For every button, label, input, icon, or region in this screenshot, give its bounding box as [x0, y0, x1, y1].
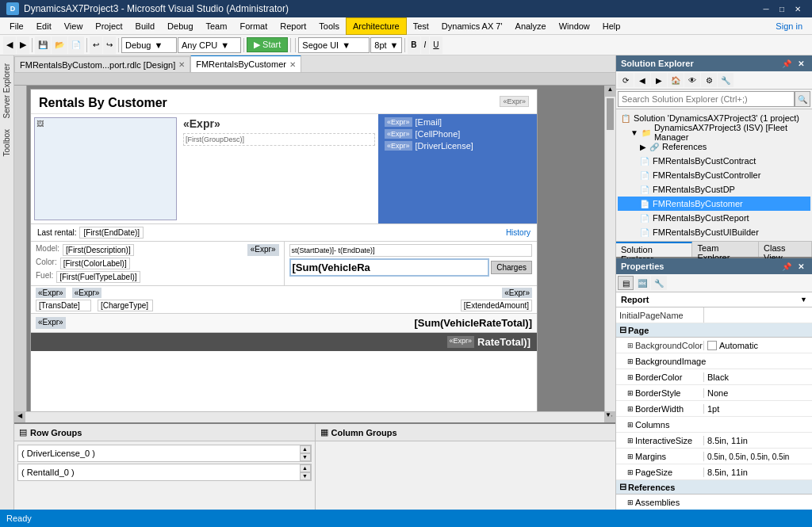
tree-uibuilder[interactable]: 📄 FMRentalsByCustUIBuilder	[618, 225, 810, 239]
menu-help[interactable]: Help	[596, 17, 627, 35]
row-groups-header: ▤ Row Groups	[14, 424, 315, 441]
status-text: Ready	[6, 514, 32, 523]
minimize-button[interactable]: ─	[758, 3, 774, 14]
se-search-input[interactable]	[618, 91, 795, 107]
prop-alpha-button[interactable]: 🔤	[634, 276, 650, 290]
platform-dropdown[interactable]: Any CPU ▼	[178, 37, 241, 53]
se-home-button[interactable]: 🏠	[668, 73, 684, 87]
menu-tools[interactable]: Tools	[312, 17, 346, 35]
report-title: Rentals By Customer	[39, 96, 167, 109]
menu-debug[interactable]: Debug	[161, 17, 199, 35]
undo-button[interactable]: ↩	[90, 36, 102, 54]
se-toolbar: ⟳ ◀ ▶ 🏠 👁 ⚙ 🔧	[616, 71, 812, 90]
row-group-scroll-down-1[interactable]: ▼	[300, 453, 311, 461]
prop-close-button[interactable]: ✕	[795, 260, 807, 273]
prop-page-size[interactable]: ⊞ PageSize 8.5in, 11in	[616, 464, 812, 480]
row-group-item-1[interactable]: ( DriverLicense_0 ) ▲ ▼	[17, 445, 312, 462]
se-back-button[interactable]: ◀	[634, 73, 650, 87]
menu-report[interactable]: Report	[274, 17, 312, 35]
prop-cat-button[interactable]: ▤	[618, 276, 634, 290]
prop-margins[interactable]: ⊞ Margins 0.5in, 0.5in, 0.5in, 0.5in	[616, 449, 812, 464]
menu-file[interactable]: File	[3, 17, 30, 35]
bgcolor-swatch	[707, 341, 717, 350]
tab-close-2[interactable]: ✕	[289, 60, 296, 69]
font-name-dropdown[interactable]: Segoe UI ▼	[298, 37, 370, 53]
close-button[interactable]: ✕	[790, 3, 806, 14]
prop-wrench-button[interactable]: 🔧	[651, 276, 667, 290]
toolbox-label[interactable]: Toolbox	[1, 124, 13, 161]
menu-edit[interactable]: Edit	[30, 17, 58, 35]
prop-name-initial: InitialPageName	[616, 311, 703, 320]
row-group-item-2[interactable]: ( RentalId_0 ) ▲ ▼	[17, 464, 312, 481]
menu-team[interactable]: Team	[200, 17, 234, 35]
back-button[interactable]: ◀	[3, 36, 16, 54]
tree-contract[interactable]: 📄 FMRentalsByCustContract	[618, 154, 810, 168]
start-button[interactable]: ▶ Start	[247, 37, 288, 52]
server-explorer-label[interactable]: Server Explorer	[1, 59, 13, 123]
prop-section-references[interactable]: ⊟ References	[616, 480, 812, 495]
tab-close-1[interactable]: ✕	[178, 60, 185, 69]
title-text: DynamicsAX7Project3 - Microsoft Visual S…	[24, 3, 758, 14]
maximize-button[interactable]: □	[774, 3, 790, 14]
forward-button[interactable]: ▶	[17, 36, 29, 54]
se-pin-button[interactable]: 📌	[780, 57, 793, 70]
menu-test[interactable]: Test	[407, 17, 435, 35]
prop-section-page[interactable]: ⊟ Page	[616, 323, 812, 338]
se-close-button[interactable]: ✕	[795, 57, 807, 70]
tree-cust-report[interactable]: 📄 FMRentalsByCustReport	[618, 211, 810, 225]
se-tab-class[interactable]: Class View	[759, 242, 812, 257]
report-vscrollbar[interactable]: ▲ ▼	[604, 86, 615, 411]
se-showall-button[interactable]: 👁	[684, 73, 700, 87]
se-tab-solution[interactable]: Solution Explorer	[616, 242, 692, 257]
expand-bgcolor[interactable]: ⊞	[627, 342, 634, 349]
prop-border-width[interactable]: ⊞ BorderWidth 1pt	[616, 401, 812, 417]
menu-view[interactable]: View	[58, 17, 90, 35]
prop-columns[interactable]: ⊞ Columns	[616, 417, 812, 433]
row-group-scroll-up-2[interactable]: ▲	[300, 464, 311, 472]
menu-window[interactable]: Window	[553, 17, 596, 35]
menu-build[interactable]: Build	[129, 17, 161, 35]
prop-pin-button[interactable]: 📌	[780, 260, 793, 273]
sign-in-link[interactable]: Sign in	[769, 20, 809, 32]
font-size-dropdown[interactable]: 8pt ▼	[370, 37, 402, 53]
prop-background-image[interactable]: ⊞ BackgroundImage	[616, 353, 812, 369]
se-forward-button[interactable]: ▶	[651, 73, 667, 87]
se-sync-button[interactable]: ⟳	[618, 73, 634, 87]
tree-controller[interactable]: 📄 FMRentalsByCustController	[618, 168, 810, 182]
open-button[interactable]: 📂	[52, 36, 67, 54]
prop-interactive-size[interactable]: ⊞ InteractiveSize 8.5in, 11in	[616, 433, 812, 449]
right-panel: Solution Explorer 📌 ✕ ⟳ ◀ ▶ 🏠 👁 ⚙ 🔧	[615, 55, 812, 510]
se-search-button[interactable]: 🔍	[795, 91, 810, 107]
bold-button[interactable]: B	[408, 36, 419, 54]
italic-button[interactable]: I	[421, 36, 430, 54]
prop-border-color[interactable]: ⊞ BorderColor Black	[616, 369, 812, 385]
new-button[interactable]: 📄	[68, 36, 84, 54]
prop-background-color[interactable]: ⊞ BackgroundColor Automatic	[616, 338, 812, 353]
se-settings-button[interactable]: 🔧	[718, 73, 733, 87]
tree-dp[interactable]: 📄 FMRentalsByCustDP	[618, 182, 810, 197]
underline-button[interactable]: U	[430, 36, 442, 54]
menu-bar: File Edit View Project Build Debug Team …	[0, 17, 812, 35]
charges-button[interactable]: Charges	[491, 261, 532, 274]
save-button[interactable]: 💾	[35, 36, 51, 54]
menu-architecture[interactable]: Architecture	[346, 17, 407, 35]
redo-button[interactable]: ↪	[103, 36, 116, 54]
tab-fm-rentals[interactable]: FMRentalsByCustomer ✕	[190, 55, 301, 72]
se-tab-team[interactable]: Team Explorer	[692, 242, 759, 257]
se-filter-button[interactable]: ⚙	[701, 73, 717, 87]
prop-dropdown-arrow[interactable]: ▼	[800, 296, 807, 304]
menu-format[interactable]: Format	[233, 17, 274, 35]
tree-project[interactable]: ▼ 📁 DynamicsAX7Project3 (ISV) [Fleet Man…	[618, 125, 810, 139]
prop-border-style[interactable]: ⊞ BorderStyle None	[616, 385, 812, 401]
menu-project[interactable]: Project	[89, 17, 128, 35]
menu-dynamics[interactable]: Dynamics AX 7'	[435, 17, 509, 35]
prop-assemblies[interactable]: ⊞ Assemblies	[616, 495, 812, 510]
tab-rdlc-design[interactable]: FMRentalsByCustom...port.rdlc [Design] ✕	[14, 56, 190, 72]
row-group-scroll-down-2[interactable]: ▼	[300, 472, 311, 480]
row-group-scroll-up-1[interactable]: ▲	[300, 445, 311, 453]
tree-customer-selected[interactable]: 📄 FMRentalsByCustomer	[618, 197, 810, 211]
menu-analyze[interactable]: Analyze	[509, 17, 553, 35]
report-hscrollbar[interactable]: ◀ ▶	[14, 411, 615, 422]
debug-dropdown[interactable]: Debug ▼	[121, 37, 177, 53]
history-link[interactable]: History	[506, 228, 530, 237]
